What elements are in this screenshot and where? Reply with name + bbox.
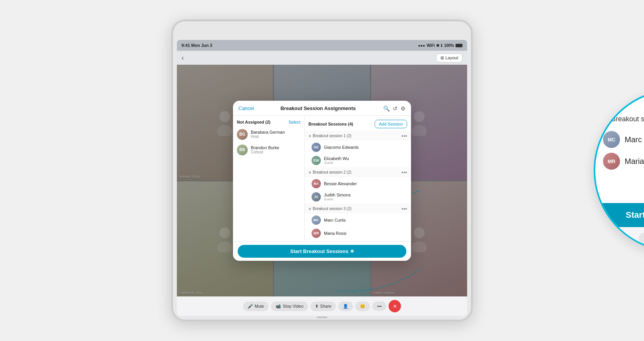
end-call-button[interactable]: ✕ xyxy=(389,300,401,312)
session-3-member-1: MC Marc Curtis xyxy=(305,214,411,227)
layout-button[interactable]: ⊞ Layout xyxy=(436,53,462,62)
cancel-button[interactable]: Cancel xyxy=(238,105,258,111)
session-2-chevron: ∨ xyxy=(308,170,311,174)
emoji-icon: 😊 xyxy=(360,304,365,309)
member-elizabeth-role: Guest xyxy=(324,161,349,165)
zoom-start-breakout-button[interactable]: Start Breakout Sessions xyxy=(595,203,644,227)
zoom-video-button[interactable]: 📹 Video xyxy=(639,232,644,245)
session-group-1: ∨ Breakout session 1 (2) ••• GE Giac xyxy=(305,131,411,167)
control-bar: 🎤 Mute 📹 Stop Video ⬆ Share 👤 😊 xyxy=(177,296,467,316)
end-call-icon: ✕ xyxy=(393,303,397,309)
add-session-button[interactable]: Add Session xyxy=(375,120,407,128)
avatar-marc: MC xyxy=(312,215,321,225)
tablet-frame: 9:41 Mon Jun 3 ●●● WiFi ✱ ℹ 100% ‹ ⊞ Lay… xyxy=(171,19,473,322)
battery-bar xyxy=(456,44,462,47)
stop-video-label: Stop Video xyxy=(283,304,303,308)
avatar-maria: MR xyxy=(312,229,321,238)
zoom-person-marc: MC Marc Curtis xyxy=(603,129,644,150)
emoji-button[interactable]: 😊 xyxy=(355,301,370,311)
unassigned-person-1: BG Barabara German Host xyxy=(233,127,304,142)
session-1-header: ∨ Breakout session 1 (2) ••• xyxy=(305,131,411,141)
session-1-member-2: EW Elizabeth Wu Guest xyxy=(305,154,411,167)
zoom-chevron-icon: ∨ xyxy=(603,115,608,123)
sessions-header: Breakout Sessions (4) Add Session xyxy=(305,116,411,131)
share-icon: ⬆ xyxy=(315,304,319,309)
modal-title: Breakout Session Assignments xyxy=(261,105,375,111)
not-assigned-panel: Not Assigned (2) Select BG Barabara Germ… xyxy=(233,116,305,241)
share-label: Share xyxy=(320,304,331,308)
more-icon: ••• xyxy=(377,304,382,308)
member-maria-name: Maria Rossi xyxy=(324,231,346,236)
session-1-label: Breakout session 1 (2) xyxy=(313,134,351,138)
participants-button[interactable]: 👤 xyxy=(338,301,353,311)
start-breakout-label: Start Breakout Sessions xyxy=(290,248,348,254)
member-marc-name: Marc Curtis xyxy=(324,218,346,222)
session-group-3: ∨ Breakout session 3 (2) ••• MC Marc xyxy=(305,203,411,240)
person-info-barabara: Barabara German Host xyxy=(251,130,285,139)
unassigned-person-2: BB Brandon Burke Cohost xyxy=(233,142,304,158)
participants-icon: 👤 xyxy=(343,304,348,309)
session-1-more[interactable]: ••• xyxy=(401,133,407,139)
start-breakout-button[interactable]: Start Breakout Sessions xyxy=(238,245,406,258)
layout-label: Layout xyxy=(445,55,458,60)
more-button[interactable]: ••• xyxy=(372,301,386,311)
zoom-circle: Guest ∨ Breakout session MC Marc Curtis … xyxy=(594,89,644,252)
settings-icon[interactable]: ⚙ xyxy=(401,105,406,112)
avatar-judith: JS xyxy=(312,192,321,202)
status-bar: 9:41 Mon Jun 3 ●●● WiFi ✱ ℹ 100% xyxy=(177,40,467,51)
home-indicator xyxy=(317,317,327,318)
start-btn-dot xyxy=(351,250,354,253)
session-group-2: ∨ Breakout session 2 (2) ••• BA Bess xyxy=(305,167,411,203)
session-2-member-1: BA Bessie Alexander xyxy=(305,177,411,190)
battery-icon: ℹ xyxy=(441,43,442,48)
zoom-avatar-maria: MR xyxy=(603,153,620,170)
video-icon: 📹 xyxy=(276,304,281,309)
zoom-section-header: ∨ Breakout session xyxy=(603,115,644,123)
member-judith-role: Guest xyxy=(324,197,351,201)
member-bessie-name: Bessie Alexander xyxy=(324,181,357,186)
member-judith-name: Judith Simons xyxy=(324,193,351,197)
layout-icon: ⊞ xyxy=(440,55,444,60)
modal-overlay: Cancel Breakout Session Assignments 🔍 ↺ … xyxy=(177,65,467,296)
bluetooth-icon: ✱ xyxy=(436,43,439,48)
session-3-label: Breakout session 3 (2) xyxy=(313,207,351,211)
session-2-more[interactable]: ••• xyxy=(401,169,407,176)
battery-level: 100% xyxy=(444,43,454,48)
avatar-elizabeth: EW xyxy=(312,156,321,165)
zoom-marc-name: Marc Curtis xyxy=(625,135,644,144)
person-role-barabara: Host xyxy=(251,134,285,139)
select-button[interactable]: Select xyxy=(288,120,300,124)
status-time: 9:41 Mon Jun 3 xyxy=(182,43,212,48)
breakout-modal: Cancel Breakout Session Assignments 🔍 ↺ … xyxy=(233,101,411,261)
search-icon[interactable]: 🔍 xyxy=(383,105,390,112)
person-info-brandon: Brandon Burke Cohost xyxy=(251,145,279,154)
wifi-icon: WiFi xyxy=(426,43,435,48)
zoom-person-maria: MR Maria Rossi xyxy=(603,150,644,172)
avatar-brandon: BB xyxy=(237,145,248,155)
zoom-circle-content: Guest ∨ Breakout session MC Marc Curtis … xyxy=(595,91,644,203)
session-1-chevron: ∨ xyxy=(308,134,311,138)
person-name-brandon: Brandon Burke xyxy=(251,145,279,150)
avatar-giacomo: GE xyxy=(312,143,321,152)
refresh-icon[interactable]: ↺ xyxy=(393,105,397,112)
sessions-list: ∨ Breakout session 1 (2) ••• GE Giac xyxy=(305,131,411,241)
person-name-barabara: Barabara German xyxy=(251,130,285,134)
stop-video-button[interactable]: 📹 Stop Video xyxy=(271,301,308,311)
session-1-member-1: GE Giacomo Edwards xyxy=(305,141,411,154)
session-3-header: ∨ Breakout session 3 (2) ••• xyxy=(305,203,411,214)
top-bar: ‹ ⊞ Layout xyxy=(177,51,467,65)
share-button[interactable]: ⬆ Share xyxy=(310,301,336,311)
mute-button[interactable]: 🎤 Mute xyxy=(243,301,269,311)
zoom-section-title: Breakout session xyxy=(611,115,644,123)
session-2-member-2: JS Judith Simons Guest xyxy=(305,190,411,203)
zoom-controls: 📹 Video ⬆ Share xyxy=(595,227,644,250)
modal-footer: Start Breakout Sessions xyxy=(233,241,411,261)
not-assigned-header: Not Assigned (2) Select xyxy=(233,116,304,127)
zoom-guest-label: Guest xyxy=(603,98,644,108)
back-button[interactable]: ‹ xyxy=(182,54,184,62)
tablet-screen: 9:41 Mon Jun 3 ●●● WiFi ✱ ℹ 100% ‹ ⊞ Lay… xyxy=(177,40,467,316)
session-3-member-2: MR Maria Rossi xyxy=(305,227,411,240)
member-giacomo-name: Giacomo Edwards xyxy=(324,145,359,150)
mic-icon: 🎤 xyxy=(248,304,253,309)
session-3-more[interactable]: ••• xyxy=(401,206,407,212)
